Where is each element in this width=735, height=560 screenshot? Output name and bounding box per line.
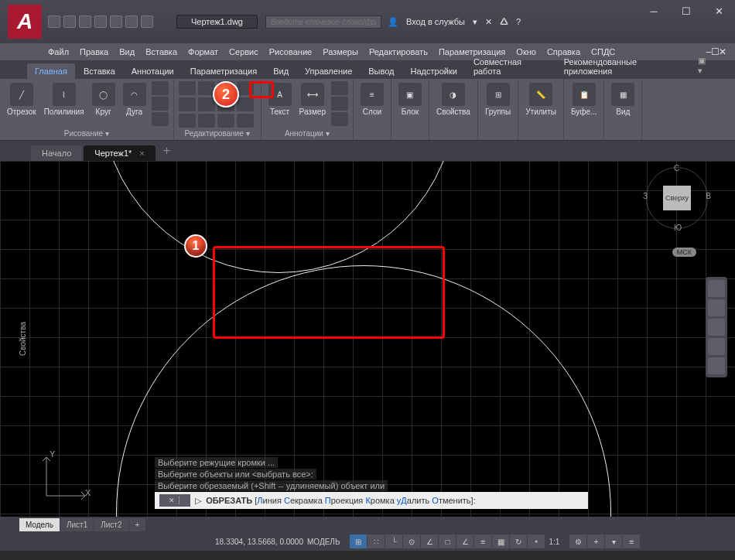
- minimize-button[interactable]: ─: [638, 0, 670, 22]
- snap-toggle[interactable]: ∷: [368, 534, 385, 548]
- qat-new-icon[interactable]: [48, 15, 60, 28]
- nav-showmotion-icon[interactable]: [708, 357, 725, 374]
- tab-collaborate[interactable]: Совместная работа: [466, 54, 556, 79]
- tab-addins[interactable]: Надстройки: [403, 63, 465, 79]
- arc-button[interactable]: ◠Дуга: [121, 81, 149, 118]
- lineweight-toggle[interactable]: ≡: [474, 534, 491, 548]
- otrack-toggle[interactable]: ∠: [456, 534, 473, 548]
- layout-model[interactable]: Модель: [19, 518, 60, 531]
- cmd-opt-crossing[interactable]: Секрамка: [284, 496, 323, 505]
- exchange-icon[interactable]: ✕: [485, 17, 492, 27]
- panel-annotation-title[interactable]: Аннотации ▾: [266, 129, 348, 140]
- block-button[interactable]: ▣Блок: [396, 81, 424, 118]
- qat-save-icon[interactable]: [79, 15, 91, 28]
- annotation-scale[interactable]: 1:1: [545, 538, 563, 546]
- groups-button[interactable]: ⊞Группы: [483, 81, 513, 118]
- osnap-toggle[interactable]: □: [439, 534, 456, 548]
- qat-plot-icon[interactable]: [110, 15, 122, 28]
- mirror-icon[interactable]: [198, 97, 215, 111]
- annoscale-toggle[interactable]: ⭑: [528, 534, 545, 548]
- login-button[interactable]: Вход в службы: [406, 17, 465, 26]
- tab-home[interactable]: Главная: [27, 63, 75, 79]
- search-input[interactable]: [265, 15, 381, 29]
- properties-palette-tab[interactable]: Свойства: [19, 322, 27, 356]
- cmd-opt-undo[interactable]: Отменить: [432, 496, 470, 505]
- menu-modify[interactable]: Редактировать: [364, 47, 433, 56]
- nav-zoom-icon[interactable]: [708, 319, 725, 336]
- isodraft-toggle[interactable]: ∠: [421, 534, 438, 548]
- app-logo[interactable]: A: [8, 5, 42, 39]
- menu-dimension[interactable]: Размеры: [317, 47, 364, 56]
- menu-view[interactable]: Вид: [114, 47, 140, 56]
- tab-manage[interactable]: Управление: [297, 63, 360, 79]
- view-button[interactable]: ▦Вид: [609, 81, 637, 118]
- utilities-button[interactable]: 📏Утилиты: [523, 81, 559, 118]
- layout-add[interactable]: +: [129, 518, 146, 531]
- command-handle-icon[interactable]: ✕ ┊: [159, 494, 190, 507]
- viewcube[interactable]: Сверху С Ю В З: [646, 167, 708, 229]
- qat-redo-icon[interactable]: [141, 15, 153, 28]
- scale-icon[interactable]: [198, 114, 215, 128]
- tab-parametric[interactable]: Параметризация: [183, 63, 265, 79]
- layout-sheet2[interactable]: Лист2: [94, 518, 128, 531]
- qat-open-icon[interactable]: [63, 15, 76, 28]
- annot-misc3[interactable]: [331, 112, 348, 126]
- copy-icon[interactable]: [179, 97, 196, 111]
- draw-misc3[interactable]: [152, 112, 169, 126]
- help-icon[interactable]: ?: [516, 17, 521, 26]
- clipboard-button[interactable]: 📋Буфе...: [569, 81, 599, 118]
- viewcube-top-face[interactable]: Сверху: [663, 186, 691, 210]
- cmd-opt-line[interactable]: Линия: [257, 496, 282, 505]
- explode-icon[interactable]: [237, 97, 254, 111]
- cmd-opt-project[interactable]: Проекция: [325, 496, 363, 505]
- grid-toggle[interactable]: ⊞: [350, 534, 367, 548]
- nav-orbit-icon[interactable]: [708, 338, 725, 355]
- menu-draw[interactable]: Рисование: [264, 47, 317, 56]
- tab-output[interactable]: Вывод: [361, 63, 402, 79]
- annot-misc2[interactable]: [331, 97, 348, 111]
- menu-edit[interactable]: Правка: [74, 47, 114, 56]
- stretch-icon[interactable]: [179, 114, 196, 128]
- share-icon[interactable]: 🛆: [500, 17, 508, 26]
- maximize-button[interactable]: ☐: [670, 0, 703, 22]
- menu-file[interactable]: Файл: [43, 47, 74, 56]
- customize-toggle[interactable]: ≡: [623, 534, 640, 548]
- qat-saveas-icon[interactable]: [94, 15, 107, 28]
- ortho-toggle[interactable]: └: [385, 534, 402, 548]
- menu-tools[interactable]: Сервис: [224, 47, 264, 56]
- layers-button[interactable]: ≡Слои: [358, 81, 386, 118]
- cmd-opt-edge[interactable]: Кромка: [365, 496, 394, 505]
- ribbon-collapse-icon[interactable]: ▣ ▾: [690, 53, 720, 79]
- layout-sheet1[interactable]: Лист1: [60, 518, 94, 531]
- menu-insert[interactable]: Вставка: [140, 47, 183, 56]
- ucs-label[interactable]: МСК: [672, 248, 696, 257]
- draw-misc1[interactable]: [152, 81, 169, 95]
- nav-pan-icon[interactable]: [708, 299, 725, 316]
- annot-misc1[interactable]: [331, 81, 348, 95]
- array-icon[interactable]: [217, 114, 234, 128]
- properties-button[interactable]: ◑Свойства: [434, 81, 473, 118]
- close-button[interactable]: ✕: [703, 0, 735, 22]
- dimension-button[interactable]: ⟷Размер: [297, 81, 328, 118]
- document-tab[interactable]: Чертеж1.dwg: [176, 15, 258, 29]
- menu-format[interactable]: Формат: [183, 47, 224, 56]
- login-icon[interactable]: 👤: [388, 17, 398, 27]
- panel-modify-title[interactable]: Редактирование ▾: [179, 129, 256, 140]
- panel-draw-title[interactable]: Рисование ▾: [5, 129, 169, 140]
- tab-view[interactable]: Вид: [265, 63, 296, 79]
- tab-annotate[interactable]: Аннотации: [124, 63, 182, 79]
- circle-button[interactable]: ◯Круг: [90, 81, 118, 118]
- move-icon[interactable]: [179, 81, 196, 95]
- drawing-canvas[interactable]: Свойства 1 Сверху С Ю В З МСК X Y Выбери…: [0, 161, 735, 517]
- cycling-toggle[interactable]: ↻: [510, 534, 527, 548]
- line-button[interactable]: ╱Отрезок: [5, 81, 39, 118]
- nav-wheel-icon[interactable]: [708, 280, 725, 297]
- new-drawing-tab[interactable]: +: [157, 141, 176, 161]
- units-toggle[interactable]: ▾: [605, 534, 622, 548]
- drawing-tab-current[interactable]: Чертеж1*×: [84, 145, 155, 161]
- polar-toggle[interactable]: ⊙: [403, 534, 420, 548]
- model-space-toggle[interactable]: МОДЕЛЬ: [303, 538, 344, 546]
- drawing-tab-start[interactable]: Начало: [31, 145, 82, 161]
- coordinates-display[interactable]: 18.3304, 13.5668, 0.0000: [215, 538, 303, 546]
- command-input[interactable]: ✕ ┊ ▷ ОБРЕЗАТЬ [ Линия Секрамка Проекция…: [155, 492, 588, 509]
